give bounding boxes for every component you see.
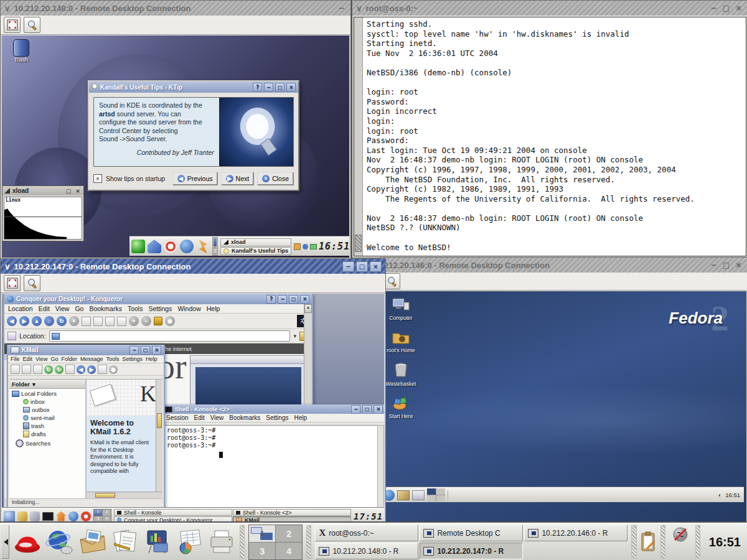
lock-icon[interactable] [154,317,162,325]
print-icon[interactable] [33,365,42,374]
home-icon[interactable] [148,240,161,253]
titlebar-148[interactable]: ∨ 10.212.20.148:0 - Remote Desktop Conne… [1,1,350,16]
save-icon[interactable] [22,365,31,374]
presentation-launcher[interactable] [143,526,171,558]
menu-item[interactable]: Bookmarks [229,414,260,421]
pager-active-cell[interactable] [214,238,217,246]
print-icon[interactable] [117,317,126,326]
find-icon[interactable]: ◉ [165,316,175,326]
cut-icon[interactable] [82,317,91,326]
konqueror-globe-icon[interactable] [180,240,194,253]
konsole-terminal[interactable]: root@oss-3:~#root@oss-3:~#root@oss-3:~# [164,425,378,508]
location-input[interactable] [49,330,291,342]
printer-launcher[interactable] [207,526,236,558]
word-processor-launcher[interactable] [110,526,139,558]
close-button[interactable]: × [286,83,296,91]
pager-cell[interactable] [427,495,436,502]
menu-item[interactable]: Help [294,414,307,421]
workspace-1[interactable]: 1 [249,525,275,542]
help-button[interactable]: ? [253,83,262,91]
close-button[interactable]: × [374,405,383,414]
menu-item[interactable]: Message [80,356,103,362]
clear-location-icon[interactable] [7,332,16,340]
folder-row[interactable]: outbox [9,406,85,414]
open-message-icon[interactable] [65,365,75,374]
menu-item[interactable]: Location [8,305,33,312]
panel-drag-handle[interactable] [240,525,245,559]
task-konsole-1[interactable]: Shell - Konsole [114,509,232,516]
menu-item[interactable]: Edit [194,414,205,421]
show-tips-checkbox[interactable]: × [93,174,102,183]
pager-cell-3[interactable]: 3 [94,516,102,523]
tray-icon[interactable] [310,244,317,250]
paint-icon[interactable] [17,511,27,521]
fedora-pager[interactable] [427,488,445,502]
pager-cell-2[interactable]: 2 [214,247,217,255]
pager-cell-4[interactable]: 4 [103,516,111,523]
check-mail-in-icon[interactable]: ↻ [55,365,63,374]
zoom-button[interactable] [24,17,40,33]
panel-drag-handle[interactable] [695,525,700,559]
konqueror-launcher-icon[interactable] [68,511,78,521]
up-icon[interactable]: ▲ [32,316,42,326]
home-launcher-icon[interactable] [56,511,66,521]
previous-button[interactable]: ◀Previous [172,172,218,185]
back-icon[interactable]: ◀ [7,316,17,326]
maximize-button[interactable]: □ [362,405,372,414]
network-monitor-applet[interactable] [669,525,692,560]
minimize-button[interactable]: − [129,346,139,355]
kmenu-icon[interactable] [4,511,15,522]
forward-icon[interactable]: ▶ [87,365,96,374]
suse-menu-icon[interactable] [131,240,145,253]
konsole-launcher-icon[interactable] [42,512,54,521]
tray-icon[interactable] [294,243,301,250]
workspace-2[interactable]: 2 [276,525,302,542]
minimize-button[interactable]: − [342,261,354,272]
stop-icon[interactable]: × [69,316,79,326]
zoom-button[interactable] [383,273,400,289]
notes-applet[interactable] [641,526,657,558]
xload-titlebar[interactable]: xload □× [2,186,83,195]
close-button[interactable]: × [152,346,161,355]
forward-icon[interactable]: ▶ [19,316,29,326]
folder-row[interactable]: Searches [9,438,85,448]
scroll-up-arrow[interactable]: ▲ [304,304,312,313]
minimize-button[interactable]: − [336,3,347,13]
desktop-icon-wastebasket[interactable]: Wastebasket [383,362,419,387]
menu-item[interactable]: Settings [122,356,143,362]
workspace-switcher[interactable]: 1 2 3 4 [248,525,303,560]
taskbar-item-146[interactable]: 10.212.20.146:0 - R [524,525,627,541]
titlebar-146[interactable]: 212.20.146:0 - Remote Desktop Connection… [380,258,747,273]
scrollbar-thumb[interactable] [95,493,115,498]
chevron-down-icon[interactable]: ∨ [4,4,11,12]
help-launcher-icon[interactable] [81,511,91,521]
menu-item[interactable]: Help [146,356,157,362]
menu-item[interactable]: Window [177,305,200,312]
maximize-button[interactable]: □ [289,295,298,304]
task-ktip[interactable]: Kandalf's Useful Tips [220,247,291,255]
home-icon[interactable]: ⌂ [44,316,54,326]
folder-row[interactable]: trash [9,422,85,430]
menu-item[interactable]: Bookmarks [89,305,122,312]
maximize-button[interactable]: □ [141,346,150,355]
menu-item[interactable]: Settings [148,305,172,312]
location-dropdown-arrow[interactable]: ▾ [293,333,296,339]
maximize-button[interactable]: □ [721,3,731,13]
zoom-in-icon[interactable]: + [129,316,139,326]
menu-item[interactable]: Tools [128,305,143,312]
task-konsole-2[interactable]: Shell - Konsole <2> [233,509,351,516]
menu-item[interactable]: Help [207,305,220,312]
fullscreen-button[interactable] [4,17,21,33]
close-button[interactable]: × [370,261,382,272]
printer-icon[interactable] [412,490,425,500]
minimize-button[interactable]: − [264,83,273,91]
workspace-pager[interactable]: 1 2 3 4 [93,509,111,523]
trash-desktop-icon[interactable]: Trash [7,39,35,63]
workspace-4[interactable]: 4 [276,543,302,559]
kmail-titlebar[interactable]: KMail − □ × [8,345,164,355]
check-mail-icon[interactable]: ↻ [44,365,53,374]
titlebar-147[interactable]: ∨ 10.212.20.147:0 - Remote Desktop Conne… [1,259,385,274]
help-lifering-icon[interactable] [164,240,177,253]
main-menu-button[interactable] [13,526,42,558]
taskbar-item-148[interactable]: 10.212.20.148:0 - R [315,543,418,559]
